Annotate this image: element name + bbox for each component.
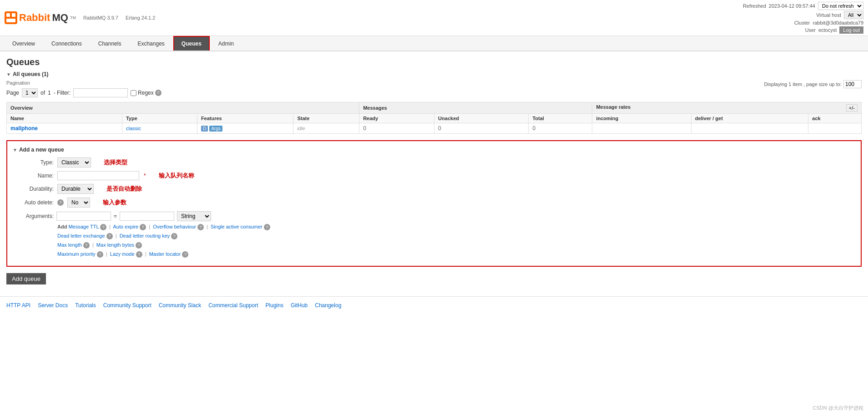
cluster-row: Cluster rabbit@3d0daabdca79 xyxy=(794,20,863,25)
shortcut-overflow[interactable]: Overflow behaviour xyxy=(153,224,197,229)
arg-type-select[interactable]: String Number Boolean xyxy=(177,211,211,221)
overflow-help[interactable]: ? xyxy=(197,224,204,230)
user-value: ectocyst xyxy=(818,27,837,33)
col-unacked: Unacked xyxy=(434,114,529,123)
arguments-label: Arguments: xyxy=(13,213,54,219)
auto-expire-help[interactable]: ? xyxy=(140,224,146,230)
shortcut-lazy-mode[interactable]: Lazy mode xyxy=(110,251,136,257)
page-select[interactable]: 1 xyxy=(22,88,38,97)
name-label: Name: xyxy=(13,172,54,179)
durability-row: Durability: Durable Transient 是否自动删除 xyxy=(13,184,855,194)
queue-name-cell[interactable]: mallphone xyxy=(7,123,122,134)
dead-letter-routing-help[interactable]: ? xyxy=(171,233,177,239)
single-active-help[interactable]: ? xyxy=(264,224,270,230)
nav-queues[interactable]: Queues xyxy=(173,36,210,51)
max-length-bytes-help[interactable]: ? xyxy=(136,242,142,249)
arguments-row: Arguments: = String Number Boolean xyxy=(13,211,855,221)
nav-overview[interactable]: Overview xyxy=(5,36,43,51)
footer-community-slack[interactable]: Community Slack xyxy=(159,302,201,309)
nav-channels[interactable]: Channels xyxy=(91,36,129,51)
footer-plugins[interactable]: Plugins xyxy=(266,302,283,309)
shortcut-max-length[interactable]: Max length xyxy=(57,242,82,248)
auto-delete-help-icon[interactable]: ? xyxy=(57,199,64,206)
filter-input[interactable] xyxy=(73,88,128,97)
logo-rabbit-text: Rabbit xyxy=(19,12,50,24)
main-content: Queues All queues (1) Displaying 1 item … xyxy=(0,51,868,296)
shortcut-single-active[interactable]: Single active consumer xyxy=(211,224,264,229)
shortcuts-row-2: Dead letter exchange ? | Dead letter rou… xyxy=(57,233,855,239)
regex-help-icon[interactable]: ? xyxy=(155,90,161,96)
queue-name-link[interactable]: mallphone xyxy=(10,125,38,132)
queue-total-cell: 0 xyxy=(529,123,592,134)
refreshed-label: Refreshed xyxy=(743,3,766,9)
pagination-label: Pagination xyxy=(6,80,862,86)
nav-admin[interactable]: Admin xyxy=(211,36,242,51)
page-title: Queues xyxy=(6,57,862,67)
logout-button[interactable]: Log out xyxy=(839,26,863,34)
type-select[interactable]: Classic Quorum xyxy=(57,157,91,167)
logo: RabbitMQTM xyxy=(5,11,76,24)
queue-ack-cell xyxy=(808,123,862,134)
add-queue-section-header[interactable]: Add a new queue xyxy=(13,147,855,153)
plus-minus-button[interactable]: +/- xyxy=(846,104,858,112)
nav-exchanges[interactable]: Exchanges xyxy=(130,36,172,51)
refresh-select[interactable]: Do not refresh xyxy=(818,2,863,10)
lazy-mode-help[interactable]: ? xyxy=(136,251,142,258)
regex-label: Regex ? xyxy=(131,90,161,96)
nav-connections[interactable]: Connections xyxy=(44,36,90,51)
col-incoming: incoming xyxy=(592,114,691,123)
queue-incoming-cell xyxy=(592,123,691,134)
feature-args-tag: Args xyxy=(209,126,222,132)
col-features: Features xyxy=(197,114,293,123)
max-length-help[interactable]: ? xyxy=(83,242,90,249)
name-input[interactable] xyxy=(57,171,139,180)
durability-select[interactable]: Durable Transient xyxy=(57,184,94,194)
annotation-type: 选择类型 xyxy=(104,158,127,167)
durability-label: Durability: xyxy=(13,186,54,192)
shortcut-dead-letter-routing[interactable]: Dead letter routing key xyxy=(120,233,172,238)
version-info: RabbitMQ 3.9.7 xyxy=(83,15,118,20)
shortcut-max-length-bytes[interactable]: Max length bytes xyxy=(96,242,136,248)
nav-bar: Overview Connections Channels Exchanges … xyxy=(0,36,868,51)
footer-changelog[interactable]: Changelog xyxy=(315,302,341,309)
footer-server-docs[interactable]: Server Docs xyxy=(38,302,68,309)
erlang-info: Erlang 24.1.2 xyxy=(126,15,155,20)
all-queues-section-header[interactable]: All queues (1) xyxy=(6,71,862,77)
max-priority-help[interactable]: ? xyxy=(97,251,103,258)
queue-ready-cell: 0 xyxy=(359,123,434,134)
shortcut-auto-expire[interactable]: Auto expire xyxy=(113,224,140,229)
col-total: Total xyxy=(529,114,592,123)
shortcut-dead-letter-exchange[interactable]: Dead letter exchange xyxy=(57,233,105,238)
top-bar-left: RabbitMQTM RabbitMQ 3.9.7 Erlang 24.1.2 xyxy=(5,11,155,24)
master-locator-help[interactable]: ? xyxy=(182,251,188,258)
message-ttl-help[interactable]: ? xyxy=(100,224,106,230)
annotation-arguments: 输入参数 xyxy=(103,198,126,207)
arg-key-input[interactable] xyxy=(56,212,111,221)
displaying-label: Displaying 1 item , page size up to: xyxy=(764,81,842,87)
dead-letter-exchange-help[interactable]: ? xyxy=(106,233,113,239)
col-state: State xyxy=(293,114,359,123)
arg-equals: = xyxy=(114,213,117,219)
footer-commercial-support[interactable]: Commercial Support xyxy=(208,302,258,309)
name-row: Name: * 输入队列名称 xyxy=(13,171,855,180)
footer-http-api[interactable]: HTTP API xyxy=(6,302,30,309)
page-size-input[interactable] xyxy=(843,80,862,88)
virtual-host-select[interactable]: All xyxy=(844,11,863,19)
required-star: * xyxy=(144,172,146,179)
arg-val-input[interactable] xyxy=(120,212,174,221)
footer-github[interactable]: GitHub xyxy=(291,302,308,309)
shortcut-max-priority[interactable]: Maximum priority xyxy=(57,251,96,257)
queue-table: Overview Messages Message rates +/- Name… xyxy=(6,102,862,134)
footer-tutorials[interactable]: Tutorials xyxy=(75,302,96,309)
regex-checkbox[interactable] xyxy=(131,90,136,96)
annotation-name: 输入队列名称 xyxy=(159,172,194,180)
shortcut-message-ttl[interactable]: Message TTL xyxy=(68,224,100,229)
footer-community-support[interactable]: Community Support xyxy=(103,302,151,309)
shortcut-master-locator[interactable]: Master locator xyxy=(149,251,182,257)
filter-row: Page 1 of 1 - Filter: Regex ? xyxy=(6,88,862,97)
svg-rect-2 xyxy=(12,13,15,17)
add-queue-button[interactable]: Add queue xyxy=(6,273,46,284)
queue-state-cell: idle xyxy=(293,123,359,134)
col-messages-header: Messages xyxy=(359,102,592,114)
auto-delete-select[interactable]: No Yes xyxy=(67,198,90,208)
